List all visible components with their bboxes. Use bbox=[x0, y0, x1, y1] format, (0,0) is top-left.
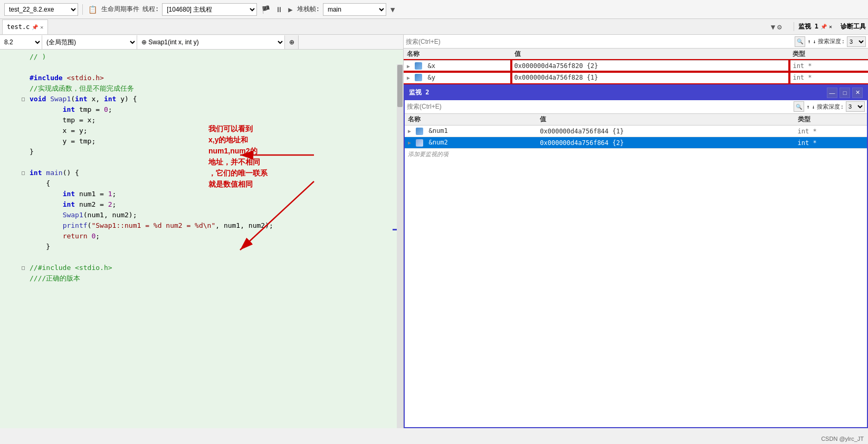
watch2-col-type: 类型 bbox=[795, 114, 867, 126]
code-line: } bbox=[0, 242, 403, 252]
code-toolbar: 8.2 (全局范围) ⊕ Swap1(int x, int y) ⊕ bbox=[0, 35, 403, 50]
thread-label: 线程: bbox=[142, 5, 159, 14]
exe-select[interactable]: test_22_8.2.exe bbox=[4, 3, 78, 16]
top-toolbar: test_22_8.2.exe 📋 生命周期事件 线程: [104680] 主线… bbox=[0, 0, 868, 19]
diag-tab-label[interactable]: 诊断工具 bbox=[841, 22, 866, 31]
watch1-cell-name-x: ▶ &x bbox=[404, 60, 511, 72]
watch2-row-num1[interactable]: ▶ &num1 0x000000d4a756f844 {1} int * bbox=[405, 126, 867, 137]
code-line: ////正确的版本 bbox=[0, 273, 403, 284]
code-line: } bbox=[0, 147, 403, 157]
code-line: printf("Swap1::num1 = %d num2 = %d\n", n… bbox=[0, 220, 403, 231]
code-line: Swap1(num1, num2); bbox=[0, 210, 403, 220]
pin-code-btn[interactable]: ⊕ bbox=[285, 35, 299, 49]
watch2-add-row[interactable]: 添加要监视的项 bbox=[405, 149, 867, 160]
code-area[interactable]: 我们可以看到x,y的地址和num1,num2的地址，并不相同，它们的唯一联系就是… bbox=[0, 50, 403, 428]
watch2-row-num2[interactable]: ▶ &num2 0x000000d4a756f864 {2} int * bbox=[405, 137, 867, 149]
flag-icon: 🏴 bbox=[260, 4, 271, 15]
scope3-select[interactable]: ⊕ Swap1(int x, int y) bbox=[137, 35, 285, 49]
code-line: □ //#include <stdio.h> bbox=[0, 263, 403, 273]
watch1-tab-label[interactable]: 监视 1 bbox=[798, 22, 818, 31]
watch2-cell-name-num1: ▶ &num1 bbox=[405, 126, 537, 137]
watch1-col-value: 值 bbox=[511, 49, 790, 60]
line-code: Swap1(num1, num2); bbox=[27, 210, 403, 220]
watch-icon bbox=[416, 128, 423, 135]
code-line: #include <stdio.h> bbox=[0, 73, 403, 83]
watch1-up-btn[interactable]: ↑ bbox=[807, 38, 810, 44]
line-code: ////正确的版本 bbox=[27, 273, 403, 284]
watch1-search-btn[interactable]: 🔍 bbox=[795, 36, 805, 47]
watch2-cell-type-num1: int * bbox=[795, 126, 867, 137]
watch-icon bbox=[416, 139, 423, 147]
tab-close-btn[interactable]: ✕ bbox=[40, 24, 43, 30]
watch2-up-btn[interactable]: ↑ bbox=[806, 104, 809, 110]
watch1-table: 名称 值 类型 ▶ &x 0x000000d4a756f820 {2} int … bbox=[404, 49, 868, 84]
watch1-cell-name-y: ▶ &y bbox=[404, 72, 511, 83]
code-line: □ int main() { bbox=[0, 168, 403, 178]
scrollbar-v[interactable] bbox=[397, 64, 403, 428]
watch2-cell-value-num1: 0x000000d4a756f844 {1} bbox=[537, 126, 794, 137]
watch2-search-input[interactable] bbox=[407, 101, 791, 112]
step-icon[interactable]: ⏸ bbox=[274, 4, 284, 15]
right-panel: 🔍 ↑ ↓ 搜索深度: 3 名称 值 类型 bbox=[404, 35, 868, 428]
watch1-pin-icon[interactable]: 📌 bbox=[821, 24, 827, 30]
line-code: printf("Swap1::num1 = %d num2 = %d\n", n… bbox=[27, 220, 403, 231]
code-line bbox=[0, 62, 403, 73]
line-code: int tmp = 0; bbox=[27, 104, 403, 115]
step2-icon[interactable]: ▶ bbox=[287, 4, 293, 15]
expand-icon[interactable]: ▶ bbox=[407, 75, 410, 81]
line-code: //#include <stdio.h> bbox=[27, 263, 403, 273]
watch1-cell-value-x: 0x000000d4a756f820 {2} bbox=[511, 60, 790, 72]
line-code: #include <stdio.h> bbox=[27, 73, 403, 83]
watch2-depth-label: 搜索深度: bbox=[817, 103, 844, 111]
scope2-select[interactable]: (全局范围) bbox=[42, 35, 137, 49]
expand-icon[interactable]: ▶ bbox=[407, 63, 410, 69]
code-line: int tmp = 0; bbox=[0, 104, 403, 115]
watch1-depth-select[interactable]: 3 bbox=[847, 36, 866, 47]
watch2-depth-select[interactable]: 3 bbox=[846, 101, 865, 112]
watch1-search-input[interactable] bbox=[406, 36, 793, 47]
thread-select[interactable]: [104680] 主线程 bbox=[162, 3, 257, 16]
line-code: int num1 = 1; bbox=[27, 189, 403, 199]
watch1-row-x[interactable]: ▶ &x 0x000000d4a756f820 {2} int * bbox=[404, 60, 868, 72]
line-code: // ) bbox=[27, 52, 403, 62]
code-line: int num1 = 1; bbox=[0, 189, 403, 199]
tab-bar: test.c 📌 ✕ ▼ ⚙ 监视 1 📌 ✕ 诊断工具 bbox=[0, 19, 868, 35]
stack-arrow-icon: ▼ bbox=[389, 4, 396, 15]
line-code: int num2 = 2; bbox=[27, 199, 403, 210]
tab-arrow-icon[interactable]: ▼ bbox=[770, 22, 776, 32]
watch2-close-btn[interactable]: ✕ bbox=[852, 88, 863, 98]
line-collapse: □ bbox=[19, 94, 27, 104]
line-code: //实现成函数，但是不能完成任务 bbox=[27, 83, 403, 94]
line-collapse: □ bbox=[19, 168, 27, 178]
watch1-cell-value-y: 0x000000d4a756f828 {1} bbox=[511, 72, 790, 83]
code-line: return 0; bbox=[0, 231, 403, 242]
scope1-select[interactable]: 8.2 bbox=[0, 35, 42, 49]
watch2-down-btn[interactable]: ↓ bbox=[812, 104, 815, 110]
code-line: //实现成函数，但是不能完成任务 bbox=[0, 83, 403, 94]
stack-select[interactable]: main bbox=[323, 3, 386, 16]
code-line: tmp = x; bbox=[0, 115, 403, 126]
tab-settings-icon[interactable]: ⚙ bbox=[776, 22, 783, 32]
watch1-col-name: 名称 bbox=[404, 49, 511, 60]
watch-icon bbox=[415, 62, 422, 70]
event-label: 生命周期事件 bbox=[101, 5, 139, 14]
code-line: □ void Swap1(int x, int y) { bbox=[0, 94, 403, 104]
scrollbar-thumb[interactable] bbox=[397, 65, 403, 107]
file-tab-label: test.c bbox=[7, 23, 30, 31]
watch2-search-btn[interactable]: 🔍 bbox=[794, 101, 804, 112]
toolbar-sep1 bbox=[82, 4, 83, 15]
expand-icon[interactable]: ▶ bbox=[408, 128, 411, 134]
watch1-row-y[interactable]: ▶ &y 0x000000d4a756f828 {1} int * bbox=[404, 72, 868, 83]
watch1-close-icon[interactable]: ✕ bbox=[829, 24, 832, 30]
watch2-minimize-btn[interactable]: — bbox=[827, 88, 837, 98]
watch2-restore-btn[interactable]: □ bbox=[840, 88, 850, 98]
event-icon: 📋 bbox=[87, 4, 98, 15]
stack-label: 堆栈帧: bbox=[297, 5, 320, 14]
pin-icon[interactable]: 📌 bbox=[32, 24, 38, 30]
file-tab[interactable]: test.c 📌 ✕ bbox=[2, 20, 48, 34]
watch1-depth-label: 搜索深度: bbox=[818, 37, 845, 45]
expand-icon[interactable]: ▶ bbox=[408, 140, 411, 146]
watch1-down-btn[interactable]: ↓ bbox=[813, 38, 816, 44]
watch2-col-name: 名称 bbox=[405, 114, 537, 126]
watch1-col-type: 类型 bbox=[789, 49, 868, 60]
